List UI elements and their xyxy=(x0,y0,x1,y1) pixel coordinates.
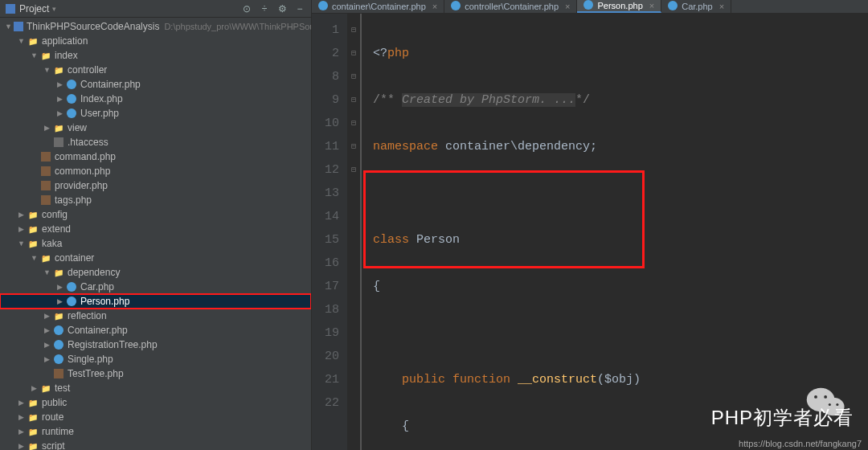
chevron-down-icon[interactable]: ▾ xyxy=(52,5,56,13)
tree-item[interactable]: ▼📁application xyxy=(0,34,311,48)
expand-icon[interactable]: ▶ xyxy=(18,442,24,450)
fold-toggle-icon[interactable]: ⊟ xyxy=(347,112,360,135)
line-number: 18 xyxy=(312,298,339,321)
tree-item[interactable]: .htaccess xyxy=(0,135,311,149)
expand-icon[interactable]: ▶ xyxy=(56,297,63,305)
tree-item[interactable]: ▶📁public xyxy=(0,395,311,410)
folder-icon: 📁 xyxy=(27,440,39,451)
tree-item[interactable]: command.php xyxy=(0,149,311,164)
expand-icon[interactable] xyxy=(43,138,50,146)
expand-icon[interactable] xyxy=(31,182,37,190)
tree-item[interactable]: ▼📁container xyxy=(0,251,311,265)
expand-icon[interactable]: ▶ xyxy=(43,326,50,334)
tree-root[interactable]: ▼ ThinkPHPSourceCodeAnalysis D:\phpstudy… xyxy=(0,19,311,34)
fold-toggle-icon[interactable]: ⊟ xyxy=(347,42,360,65)
expand-icon[interactable]: ▶ xyxy=(31,384,37,392)
close-icon[interactable]: × xyxy=(432,2,437,11)
fold-toggle-icon[interactable]: ⊟ xyxy=(347,88,360,112)
tree-item[interactable]: TestTree.php xyxy=(0,366,311,381)
php-config-icon xyxy=(39,180,51,192)
expand-icon[interactable]: ▶ xyxy=(43,355,50,363)
expand-icon[interactable] xyxy=(31,167,37,175)
tree-item[interactable]: ▶📁runtime xyxy=(0,424,311,439)
tree-item[interactable]: ▼📁kaka xyxy=(0,236,311,251)
expand-icon[interactable]: ▶ xyxy=(43,312,50,320)
editor-tab[interactable]: controller\Container.php× xyxy=(444,0,577,13)
tree-item[interactable]: ▶📁test xyxy=(0,381,311,395)
expand-icon[interactable]: ▼ xyxy=(43,268,50,276)
tree-item[interactable]: ▶Index.php xyxy=(0,92,311,106)
line-number-gutter: 128910111213141516171819202122 xyxy=(312,14,347,450)
tree-item[interactable]: ▶Person.php xyxy=(0,294,311,309)
tree-item[interactable]: common.php xyxy=(0,164,311,178)
tree-item[interactable]: ▼📁controller xyxy=(0,63,311,77)
tree-item[interactable]: ▶Container.php xyxy=(0,323,311,338)
tree-item[interactable]: ▶📁config xyxy=(0,207,311,222)
tree-item[interactable]: ▶Single.php xyxy=(0,352,311,366)
tab-label: Person.php xyxy=(597,1,642,10)
fold-toggle-icon[interactable]: ⊟ xyxy=(347,65,360,88)
editor-tab[interactable]: Person.php× xyxy=(577,0,661,13)
line-number: 8 xyxy=(312,65,339,88)
fold-toggle-icon[interactable]: ⊟ xyxy=(347,135,360,158)
tree-item[interactable]: tags.php xyxy=(0,193,311,207)
expand-icon[interactable]: ▶ xyxy=(43,341,50,349)
expand-icon[interactable]: ▼ xyxy=(31,51,37,59)
tree-item[interactable]: ▼📁index xyxy=(0,48,311,63)
code-content[interactable]: <?php /** Created by PhpStorm. ...*/ nam… xyxy=(362,14,868,450)
close-icon[interactable]: × xyxy=(719,2,724,11)
fold-gutter[interactable]: ⊟⊟⊟⊟⊟⊟⊟ xyxy=(347,14,362,450)
code-area[interactable]: 128910111213141516171819202122 ⊟⊟⊟⊟⊟⊟⊟ <… xyxy=(312,14,868,450)
close-icon[interactable]: × xyxy=(565,2,570,11)
close-icon[interactable]: × xyxy=(649,1,654,10)
tree-item[interactable]: provider.php xyxy=(0,178,311,193)
expand-icon[interactable]: ▶ xyxy=(18,399,24,407)
expand-icon[interactable]: ▼ xyxy=(18,37,24,45)
expand-icon[interactable]: ▶ xyxy=(18,225,24,233)
tree-item[interactable]: ▶📁script xyxy=(0,439,311,450)
tree-item[interactable]: ▶User.php xyxy=(0,106,311,121)
tree-item-label: User.php xyxy=(80,108,119,119)
tree-item[interactable]: ▶📁route xyxy=(0,410,311,424)
gear-icon[interactable]: ⚙ xyxy=(276,3,289,14)
expand-icon[interactable]: ▶ xyxy=(18,211,24,219)
expand-icon[interactable]: ▶ xyxy=(18,413,24,421)
doc-comment-text: Created by PhpStorm. ... xyxy=(402,93,575,107)
tree-item-label: runtime xyxy=(42,426,74,437)
fold-toggle-icon[interactable]: ⊟ xyxy=(347,158,360,182)
expand-icon[interactable] xyxy=(43,370,50,378)
expand-icon[interactable]: ▼ xyxy=(5,22,11,31)
tree-item-label: dependency xyxy=(68,267,120,278)
line-number: 16 xyxy=(312,252,339,275)
tree-item[interactable]: ▶RegistrationTree.php xyxy=(0,338,311,352)
collapse-icon[interactable]: − xyxy=(293,3,306,14)
expand-icon[interactable] xyxy=(31,153,37,161)
expand-icon[interactable]: ▶ xyxy=(56,95,63,103)
tree-item[interactable]: ▼📁dependency xyxy=(0,265,311,280)
scroll-from-source-icon[interactable]: ⊙ xyxy=(240,3,253,14)
tree-item[interactable]: ▶📁reflection xyxy=(0,309,311,323)
expand-icon[interactable]: ▶ xyxy=(56,283,63,291)
tree-item[interactable]: ▶Car.php xyxy=(0,280,311,294)
expand-icon[interactable]: ▶ xyxy=(56,109,63,117)
expand-icon[interactable]: ▼ xyxy=(18,239,24,248)
divide-icon[interactable]: ÷ xyxy=(258,3,271,14)
expand-icon[interactable]: ▼ xyxy=(43,66,50,74)
php-class-icon xyxy=(583,0,593,11)
expand-icon[interactable]: ▼ xyxy=(31,254,37,262)
project-tree[interactable]: ▼ ThinkPHPSourceCodeAnalysis D:\phpstudy… xyxy=(0,18,311,450)
editor-tab[interactable]: container\Container.php× xyxy=(312,0,444,13)
php-config-icon xyxy=(39,194,51,207)
expand-icon[interactable]: ▶ xyxy=(43,124,50,132)
folder-icon: 📁 xyxy=(27,35,39,47)
tree-item[interactable]: ▶Container.php xyxy=(0,77,311,92)
folder-icon: 📁 xyxy=(27,426,39,438)
tree-item[interactable]: ▶📁view xyxy=(0,121,311,135)
tree-item[interactable]: ▶📁extend xyxy=(0,222,311,236)
php-class-icon xyxy=(52,354,64,366)
expand-icon[interactable]: ▶ xyxy=(56,80,63,88)
fold-toggle-icon[interactable]: ⊟ xyxy=(347,18,360,42)
editor-tab[interactable]: Car.php× xyxy=(661,0,731,13)
expand-icon[interactable] xyxy=(31,196,37,204)
expand-icon[interactable]: ▶ xyxy=(18,428,24,436)
